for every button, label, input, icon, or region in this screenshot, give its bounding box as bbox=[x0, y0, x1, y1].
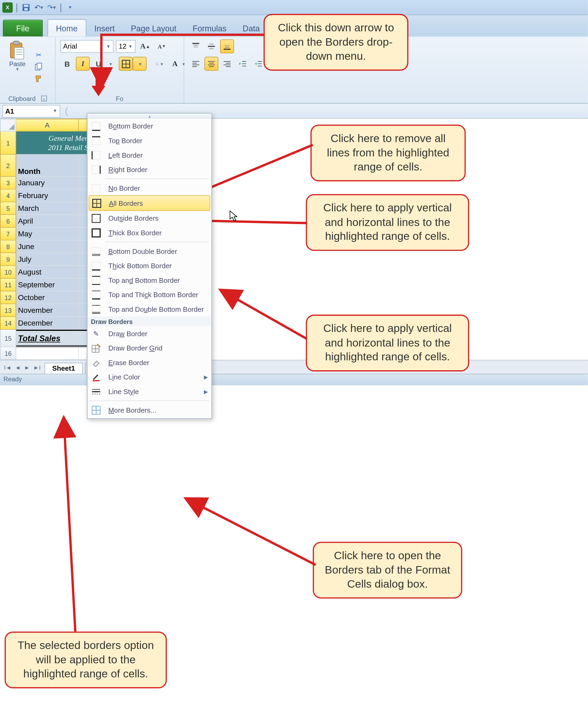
worksheet-grid[interactable]: A B 1 General Mer 2011 Retail S 2 Month … bbox=[0, 119, 588, 360]
cell[interactable]: July bbox=[16, 253, 79, 266]
menu-outside-borders[interactable]: Outside Borders bbox=[87, 211, 211, 226]
tab-formulas[interactable]: Formulas bbox=[185, 20, 234, 36]
increase-font-icon[interactable]: A▲ bbox=[138, 39, 152, 53]
underline-button[interactable]: U bbox=[92, 57, 105, 70]
row-header[interactable]: 9 bbox=[0, 253, 16, 266]
cell[interactable]: November bbox=[16, 304, 79, 317]
row-header[interactable]: 7 bbox=[0, 228, 16, 241]
borders-dropdown-button[interactable]: ▼ bbox=[133, 57, 147, 70]
menu-erase-border[interactable]: Erase Border bbox=[87, 355, 211, 370]
decrease-indent-icon[interactable] bbox=[236, 57, 250, 70]
undo-icon[interactable]: ↶▾ bbox=[34, 2, 44, 12]
format-painter-icon[interactable] bbox=[34, 73, 44, 83]
row-header[interactable]: 2 bbox=[0, 155, 16, 177]
menu-more-borders[interactable]: More Borders... bbox=[87, 403, 211, 417]
redo-icon[interactable]: ↷▾ bbox=[46, 2, 57, 12]
row-header[interactable]: 16 bbox=[0, 347, 16, 360]
cell[interactable]: February bbox=[16, 190, 79, 202]
menu-line-color[interactable]: Line Color▶ bbox=[87, 370, 211, 384]
cell[interactable]: Month bbox=[16, 155, 79, 177]
cell[interactable]: October bbox=[16, 291, 79, 304]
row-header[interactable]: 5 bbox=[0, 202, 16, 215]
align-bottom-icon[interactable] bbox=[220, 39, 234, 53]
menu-label: Erase Border bbox=[108, 359, 149, 367]
menu-top-border[interactable]: Top Border bbox=[87, 133, 211, 148]
menu-all-borders[interactable]: All Borders bbox=[89, 195, 210, 211]
font-name-select[interactable]: Arial▼ bbox=[60, 40, 114, 53]
menu-thick-bottom-border[interactable]: Thick Bottom Border bbox=[87, 258, 211, 273]
menu-top-and-bottom-border[interactable]: Top and Bottom Border bbox=[87, 273, 211, 288]
row-header[interactable]: 10 bbox=[0, 266, 16, 279]
paste-button[interactable]: Paste ▼ bbox=[4, 39, 30, 94]
menu-left-border[interactable]: Left Border bbox=[87, 148, 211, 162]
select-all-button[interactable] bbox=[0, 119, 16, 132]
menu-right-border[interactable]: Right Border bbox=[87, 162, 211, 177]
tab-page-layout[interactable]: Page Layout bbox=[122, 20, 185, 36]
tab-data[interactable]: Data bbox=[235, 20, 268, 36]
tab-file[interactable]: File bbox=[3, 20, 43, 36]
row-header[interactable]: 12 bbox=[0, 291, 16, 304]
align-left-icon[interactable] bbox=[189, 57, 203, 70]
row-header[interactable]: 11 bbox=[0, 279, 16, 291]
menu-bottom-double-border[interactable]: Bottom Double Border bbox=[87, 244, 211, 258]
increase-indent-icon[interactable] bbox=[251, 57, 265, 70]
row-header[interactable]: 1 bbox=[0, 132, 16, 154]
column-header-a[interactable]: A bbox=[16, 119, 79, 132]
menu-draw-border-grid[interactable]: Draw Border Grid bbox=[87, 341, 211, 355]
customize-qat-icon[interactable]: ▾ bbox=[65, 2, 75, 12]
name-box[interactable]: A1 ▼ bbox=[2, 105, 60, 117]
align-middle-icon[interactable] bbox=[204, 39, 218, 53]
sheet-nav-buttons[interactable]: I◄◄►►I bbox=[2, 363, 43, 371]
svg-rect-5 bbox=[15, 48, 24, 59]
align-right-icon[interactable] bbox=[220, 57, 234, 70]
decrease-font-icon[interactable]: A▼ bbox=[155, 39, 168, 53]
row-header[interactable]: 8 bbox=[0, 241, 16, 253]
cell[interactable]: March bbox=[16, 202, 79, 215]
svg-rect-43 bbox=[92, 122, 100, 130]
font-size-select[interactable]: 12▼ bbox=[116, 40, 135, 53]
cell[interactable]: May bbox=[16, 228, 79, 241]
save-icon[interactable] bbox=[21, 2, 31, 12]
svg-rect-10 bbox=[37, 63, 42, 69]
menu-grip-icon[interactable]: ▴ bbox=[87, 114, 211, 119]
menu-thick-box-border[interactable]: Thick Box Border bbox=[87, 226, 211, 240]
underline-dropdown-icon[interactable]: ▼ bbox=[107, 57, 113, 70]
row-header[interactable]: 3 bbox=[0, 177, 16, 190]
svg-rect-62 bbox=[92, 262, 100, 270]
cell[interactable]: September bbox=[16, 279, 79, 291]
svg-rect-47 bbox=[92, 151, 100, 159]
fill-color-button[interactable]: ▼ bbox=[152, 57, 166, 70]
copy-icon[interactable] bbox=[34, 61, 44, 72]
tab-home[interactable]: Home bbox=[47, 19, 86, 36]
tab-insert[interactable]: Insert bbox=[86, 20, 123, 36]
cell[interactable]: August bbox=[16, 266, 79, 279]
cell[interactable] bbox=[16, 347, 79, 360]
menu-no-border[interactable]: No Border bbox=[87, 181, 211, 195]
cell[interactable]: June bbox=[16, 241, 79, 253]
align-center-icon[interactable] bbox=[204, 57, 218, 70]
clipboard-dialog-launcher-icon[interactable]: ↘ bbox=[41, 96, 47, 101]
menu-top-and-thick-bottom-border[interactable]: Top and Thick Bottom Border bbox=[87, 287, 211, 302]
borders-button[interactable] bbox=[119, 57, 133, 70]
row-header[interactable]: 13 bbox=[0, 304, 16, 317]
row-header[interactable]: 15 bbox=[0, 330, 16, 347]
menu-bottom-border[interactable]: Bottom Border bbox=[87, 119, 211, 133]
menu-draw-border[interactable]: ✎Draw Border bbox=[87, 326, 211, 341]
cell[interactable]: December bbox=[16, 317, 79, 330]
cell[interactable]: January bbox=[16, 177, 79, 190]
menu-top-and-double-bottom-border[interactable]: Top and Double Bottom Border bbox=[87, 302, 211, 317]
menu-line-style[interactable]: Line Style▶ bbox=[87, 384, 211, 399]
italic-button[interactable]: I bbox=[76, 57, 90, 70]
row-header[interactable]: 14 bbox=[0, 317, 16, 330]
callout-thick-bottom: Click here to apply vertical and horizon… bbox=[306, 315, 469, 372]
bold-button[interactable]: B bbox=[60, 57, 74, 70]
submenu-arrow-icon: ▶ bbox=[204, 374, 208, 380]
menu-label: Thick Bottom Border bbox=[108, 262, 172, 270]
borders-dropdown-menu: ▴ Bottom Border Top Border Left Border R… bbox=[87, 113, 212, 419]
sheet-tab-1[interactable]: Sheet1 bbox=[45, 363, 83, 374]
align-top-icon[interactable] bbox=[189, 39, 203, 53]
cell[interactable]: April bbox=[16, 215, 79, 228]
cut-icon[interactable]: ✂ bbox=[34, 50, 44, 60]
row-header[interactable]: 6 bbox=[0, 215, 16, 228]
row-header[interactable]: 4 bbox=[0, 190, 16, 202]
